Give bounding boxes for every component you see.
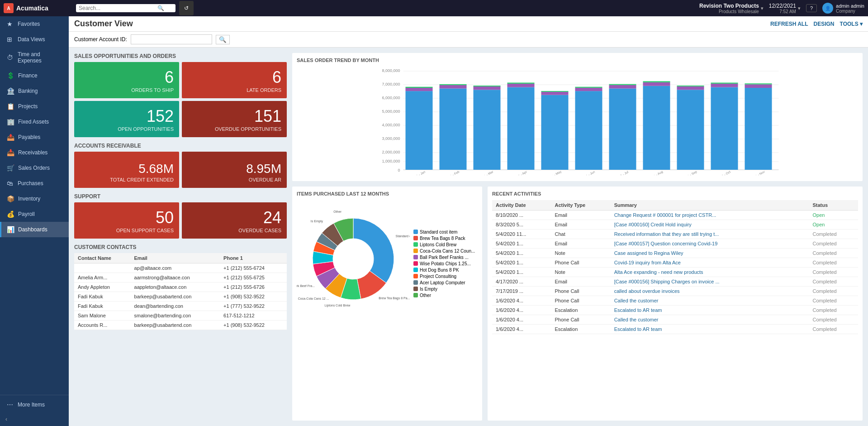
activity-cell-status: Completed: [809, 287, 859, 296]
open-cases-card[interactable]: 50 OPEN SUPPORT CASES: [74, 202, 179, 239]
user-area[interactable]: 👤 admin admin Company: [822, 3, 864, 14]
help-button[interactable]: ?: [806, 4, 817, 12]
search-bar[interactable]: 🔍: [76, 4, 175, 12]
activity-cell-date: 1/6/2020 4...: [492, 306, 551, 315]
sidebar-item-dashboards[interactable]: 📊 Dashboards: [0, 222, 69, 237]
table-row[interactable]: 5/4/2020 1...NoteCase assigned to Regina…: [492, 249, 858, 258]
table-row[interactable]: 5/4/2020 1...Email[Case #000157] Questio…: [492, 239, 858, 249]
refresh-all-button[interactable]: REFRESH ALL: [770, 21, 808, 27]
activity-cell-type: Phone Call: [551, 296, 611, 306]
table-row[interactable]: Fadi Kabukdean@bartending.con+1 (777) 53…: [74, 302, 287, 311]
tools-button[interactable]: TOOLS ▾: [840, 21, 863, 27]
page-header: Customer View REFRESH ALL DESIGN TOOLS ▾: [69, 16, 868, 32]
table-row[interactable]: 8/3/2020 5...Email[Case #000160] Credit …: [492, 220, 858, 230]
table-row[interactable]: 5/4/2020 1...NoteAlta Ace expanding - ne…: [492, 268, 858, 277]
activity-cell-summary[interactable]: Received information that they are still…: [611, 230, 809, 239]
svg-rect-45: [541, 92, 569, 95]
history-button[interactable]: ↺: [179, 1, 194, 15]
sidebar-item-finance[interactable]: 💲 Finance: [0, 68, 69, 83]
svg-rect-59: [711, 87, 738, 170]
activity-cell-date: 5/4/2020 1...: [492, 239, 551, 249]
legend-dot: [413, 230, 418, 234]
activity-cell-type: Phone Call: [551, 258, 611, 268]
activity-cell-summary[interactable]: Covid-19 inquiry from Alta Ace: [611, 258, 809, 268]
contact-cell-email: aarmstrong@altaace.con: [131, 273, 220, 282]
table-row[interactable]: 1/6/2020 4...Phone CallCalled the custom…: [492, 315, 858, 325]
sidebar-item-payroll[interactable]: 💰 Payroll: [0, 206, 69, 222]
sidebar-item-payables[interactable]: 📤 Payables: [0, 129, 69, 145]
svg-text:Other: Other: [333, 210, 342, 213]
open-opps-card[interactable]: 152 OPEN OPPORTUNITIES: [74, 101, 179, 137]
activity-cell-summary[interactable]: [Case #000157] Question concerning Covid…: [611, 239, 809, 249]
sidebar-item-favorites[interactable]: ★ Favorites: [0, 16, 69, 32]
svg-rect-33: [406, 88, 433, 91]
sidebar-item-banking[interactable]: 🏦 Banking: [0, 83, 69, 99]
late-orders-card[interactable]: 6 LATE ORDERS: [182, 62, 287, 98]
user-company: Company: [836, 9, 864, 14]
inventory-icon: 📦: [7, 195, 14, 202]
activity-cell-summary[interactable]: Alta Ace expanding - need new products: [611, 268, 809, 277]
activity-cell-summary[interactable]: called about overdue invoices: [611, 287, 809, 296]
orders-to-ship-card[interactable]: 6 ORDERS TO SHIP: [74, 62, 179, 98]
total-credit-card[interactable]: 5.68M TOTAL CREDIT EXTENDED: [74, 152, 179, 188]
sidebar-collapse-button[interactable]: ‹: [0, 412, 69, 426]
activity-cell-summary[interactable]: Called the customer: [611, 315, 809, 325]
table-row[interactable]: 5/4/2020 11...ChatReceived information t…: [492, 230, 858, 239]
sidebar-item-inventory[interactable]: 📦 Inventory: [0, 191, 69, 206]
items-purchased-title: ITEMS PURCHASED LAST 12 MONTHS: [297, 191, 478, 196]
activity-cell-summary[interactable]: Change Request # 000001 for project CSTR…: [611, 211, 809, 220]
activity-cell-status: Open: [809, 220, 859, 230]
account-id-search-button[interactable]: 🔍: [216, 35, 230, 44]
svg-text:Brew Tea Bags 8 Pa...: Brew Tea Bags 8 Pa...: [379, 297, 410, 300]
contact-cell-name: Fadi Kabuk: [74, 292, 131, 302]
nav-company-area[interactable]: Revision Two Products Products Wholesale…: [699, 3, 764, 14]
activity-cell-type: Email: [551, 277, 611, 287]
sidebar-item-fixed-assets[interactable]: 🏢 Fixed Assets: [0, 114, 69, 129]
late-orders-value: 6: [272, 69, 281, 86]
app-name: Acumatica: [16, 5, 48, 12]
accounts-rec-grid: 5.68M TOTAL CREDIT EXTENDED 8.95M OVERDU…: [74, 152, 287, 188]
table-row[interactable]: 4/17/2020 ...Email[Case #000156] Shippin…: [492, 277, 858, 287]
table-row[interactable]: ap@altaace.com+1 (212) 555-6724: [74, 263, 287, 273]
table-row[interactable]: 1/6/2020 4...Phone CallCalled the custom…: [492, 296, 858, 306]
contact-cell-name: Sam Malone: [74, 311, 131, 321]
table-row[interactable]: Fadi Kabukbarkeep@usabartend.con+1 (908)…: [74, 292, 287, 302]
table-row[interactable]: 1/6/2020 4...EscalationEscalated to AR t…: [492, 325, 858, 334]
sidebar-item-projects[interactable]: 📋 Projects: [0, 99, 69, 114]
overdue-opps-card[interactable]: 151 OVERDUE OPPORTUNITIES: [182, 101, 287, 137]
contact-cell-email: barkeep@usabartend.con: [131, 292, 220, 302]
svg-text:2021 - Jun: 2021 - Jun: [581, 170, 595, 175]
sidebar-item-time-expenses[interactable]: ⏱ Time and Expenses: [0, 47, 69, 68]
table-row[interactable]: 5/4/2020 1...Phone CallCovid-19 inquiry …: [492, 258, 858, 268]
activity-cell-summary[interactable]: [Case #000160] Credit Hold inquiry: [611, 220, 809, 230]
table-row[interactable]: 7/17/2019 ...Phone Callcalled about over…: [492, 287, 858, 296]
svg-text:2021 - Jan: 2021 - Jan: [411, 170, 426, 175]
design-button[interactable]: DESIGN: [814, 21, 835, 27]
activity-cell-summary[interactable]: Case assigned to Regina Wiley: [611, 249, 809, 258]
sidebar-item-data-views[interactable]: ⊞ Data Views: [0, 32, 69, 47]
activity-cell-summary[interactable]: [Case #000156] Shipping Charges on invoi…: [611, 277, 809, 287]
sidebar-label-finance: Finance: [18, 72, 38, 79]
svg-rect-60: [711, 84, 738, 87]
table-row[interactable]: Amelia Arm...aarmstrong@altaace.con+1 (2…: [74, 273, 287, 282]
sidebar-item-sales-orders[interactable]: 🛒 Sales Orders: [0, 160, 69, 176]
activity-cell-summary[interactable]: Called the customer: [611, 296, 809, 306]
svg-rect-36: [440, 85, 467, 88]
activity-cell-summary[interactable]: Escalated to AR team: [611, 306, 809, 315]
table-row[interactable]: Andy Appletonaappleton@altaace.con+1 (21…: [74, 282, 287, 292]
sidebar-item-receivables[interactable]: 📥 Receivables: [0, 145, 69, 160]
table-row[interactable]: Accounts R...barkeep@usabartend.con+1 (9…: [74, 321, 287, 330]
overdue-cases-card[interactable]: 24 OVERDUE CASES: [182, 202, 287, 239]
activity-cell-summary[interactable]: Escalated to AR team: [611, 325, 809, 334]
table-row[interactable]: 1/6/2020 4...EscalationEscalated to AR t…: [492, 306, 858, 315]
sidebar-item-more-items[interactable]: ⋯ More Items: [0, 397, 69, 412]
sidebar-item-purchases[interactable]: 🛍 Purchases: [0, 176, 69, 191]
table-row[interactable]: 8/10/2020 ...EmailChange Request # 00000…: [492, 211, 858, 220]
svg-rect-39: [474, 86, 501, 90]
account-id-input[interactable]: [131, 34, 212, 44]
search-input[interactable]: [79, 5, 156, 11]
overdue-ar-card[interactable]: 8.95M OVERDUE AR: [182, 152, 287, 188]
activity-cell-type: Chat: [551, 230, 611, 239]
collapse-icon: ‹: [5, 416, 7, 422]
table-row[interactable]: Sam Malonesmalone@bartending.con617-512-…: [74, 311, 287, 321]
